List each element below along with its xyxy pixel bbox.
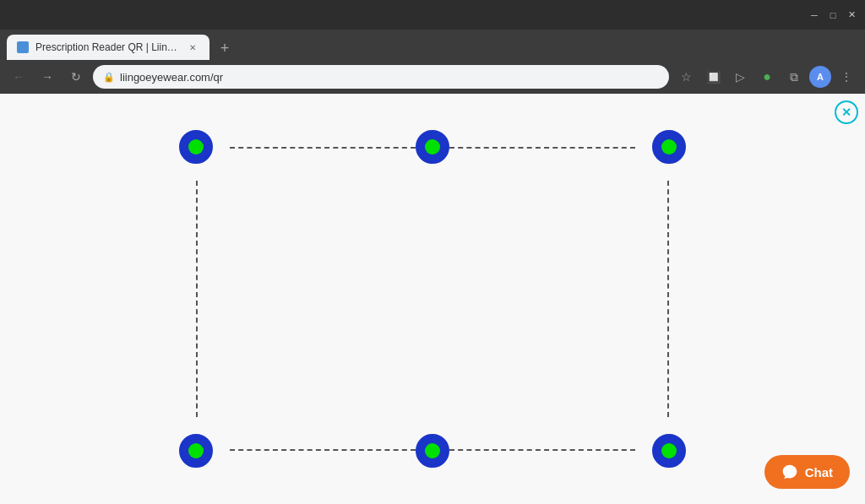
window-controls[interactable]: ─ □ ✕ (808, 8, 858, 22)
minimize-button[interactable]: ─ (808, 8, 821, 22)
menu-button[interactable]: ⋮ (835, 65, 858, 89)
extension3-button[interactable]: ● (755, 65, 779, 89)
title-bar: ─ □ ✕ (0, 0, 865, 30)
browser-chrome: ─ □ ✕ Prescription Reader QR | Liingo E.… (0, 0, 865, 94)
nav-bar: ← → ↻ 🔒 liingoeyewear.com/qr ☆ 🔲 ▷ ● ⧉ A… (0, 60, 865, 94)
bookmark-button[interactable]: ☆ (674, 65, 698, 89)
dashed-line-top-left (230, 147, 416, 149)
reload-button[interactable]: ↻ (64, 65, 88, 89)
close-button[interactable]: ✕ (845, 8, 858, 22)
dot-inner-top-middle (425, 139, 440, 154)
dot-top-right[interactable] (652, 130, 686, 164)
dashed-line-bottom-left (230, 449, 416, 451)
tab-close-button[interactable]: ✕ (186, 41, 199, 54)
dashed-line-bottom-right (449, 449, 635, 451)
dot-inner-bottom-right (661, 443, 677, 458)
tab-bar: Prescription Reader QR | Liingo E... ✕ + (0, 30, 865, 60)
dot-bottom-right[interactable] (652, 434, 686, 468)
browser-tab[interactable]: Prescription Reader QR | Liingo E... ✕ (7, 35, 209, 60)
dot-top-left[interactable] (179, 130, 213, 164)
dashed-line-top-right (449, 147, 635, 149)
chat-label: Chat (805, 465, 833, 480)
chat-bubble-icon (781, 463, 798, 480)
dot-bottom-left[interactable] (179, 434, 213, 468)
back-button[interactable]: ← (7, 65, 30, 89)
new-tab-button[interactable]: + (213, 36, 237, 60)
tab-favicon (17, 41, 29, 53)
extension-button[interactable]: 🔲 (701, 65, 725, 89)
close-x-icon: ✕ (841, 106, 851, 119)
nav-right-icons: ☆ 🔲 ▷ ● ⧉ A ⋮ (674, 65, 858, 89)
dot-bottom-middle[interactable] (416, 434, 449, 468)
dot-inner-top-left (188, 139, 204, 154)
forward-button[interactable]: → (35, 65, 59, 89)
dot-top-middle[interactable] (416, 130, 449, 164)
page-close-button[interactable]: ✕ (835, 100, 858, 124)
dots-container (196, 147, 669, 451)
dot-inner-bottom-left (188, 443, 204, 458)
lock-icon: 🔒 (103, 72, 115, 83)
chat-button[interactable]: Chat (764, 455, 850, 489)
dot-inner-bottom-middle (425, 443, 440, 458)
extensions-puzzle-button[interactable]: ⧉ (782, 65, 806, 89)
tab-title: Prescription Reader QR | Liingo E... (35, 41, 179, 53)
page-content: ✕ (0, 94, 865, 504)
profile-button[interactable]: A (809, 66, 831, 88)
extension2-button[interactable]: ▷ (728, 65, 752, 89)
maximize-button[interactable]: □ (826, 8, 840, 22)
dot-inner-top-right (661, 139, 677, 154)
dashed-line-left (196, 181, 198, 417)
address-text: liingoeyewear.com/qr (120, 71, 659, 84)
address-bar[interactable]: 🔒 liingoeyewear.com/qr (93, 65, 669, 89)
dashed-line-right (667, 181, 669, 417)
